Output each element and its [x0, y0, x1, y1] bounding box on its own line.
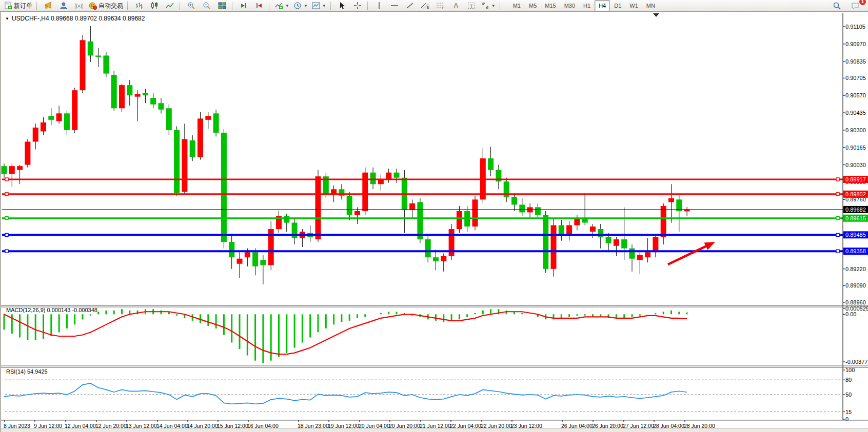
svg-text:0.89615: 0.89615 — [845, 215, 866, 221]
timeframe-m5-button[interactable]: M5 — [525, 0, 541, 11]
svg-text:0.91105: 0.91105 — [845, 24, 865, 30]
timeframe-m30-button[interactable]: M30 — [560, 0, 579, 11]
auto-trading-button[interactable]: 自动交易 — [87, 0, 125, 11]
indicators-button[interactable]: ▼ — [273, 0, 291, 11]
text-icon: A — [454, 2, 458, 9]
toolbar-separator — [180, 2, 182, 10]
svg-text:0.90030: 0.90030 — [845, 162, 866, 168]
timeframe-h4-button[interactable]: H4 — [595, 0, 610, 11]
timeframe-toolbar: M1M5M15M30H1H4D1W1MN — [509, 0, 659, 11]
svg-text:T: T — [470, 4, 473, 9]
svg-text:0.89485: 0.89485 — [845, 232, 866, 238]
toolbar-separator — [127, 2, 129, 10]
search-icon — [833, 2, 841, 10]
periods-button[interactable]: ▼ — [291, 0, 310, 11]
arrows-tool[interactable]: ▼ — [479, 0, 498, 11]
svg-text:0.00: 0.00 — [845, 311, 856, 317]
zoom-out-icon — [203, 2, 211, 10]
toolbar-separator — [36, 2, 38, 10]
chart-shift-icon — [255, 2, 263, 10]
candlestick-mode-button[interactable] — [147, 0, 162, 11]
bar-chart-mode-button[interactable] — [131, 0, 147, 11]
templates-button[interactable]: ▼ — [310, 0, 328, 11]
fibonacci-icon: F — [436, 2, 445, 10]
svg-text:0.89682: 0.89682 — [845, 207, 866, 213]
symbol-title[interactable]: ▼ USDCHF-,H4 0.89668 0.89702 0.89634 0.8… — [5, 15, 145, 22]
svg-text:0.90300: 0.90300 — [845, 127, 866, 133]
timeframe-m15-button[interactable]: M15 — [541, 0, 560, 11]
timeframe-d1-button[interactable]: D1 — [610, 0, 625, 11]
text-label-icon: T — [467, 2, 476, 10]
svg-text:E: E — [427, 6, 429, 9]
toolbar-separator — [232, 2, 234, 10]
tile-windows-button[interactable] — [214, 0, 230, 11]
toolbar-separator — [330, 2, 332, 10]
timeframe-mn-button[interactable]: MN — [642, 0, 659, 11]
signals-button[interactable] — [71, 0, 87, 11]
trendline-tool[interactable] — [402, 0, 418, 11]
signal-icon — [75, 2, 83, 10]
timeframe-w1-button[interactable]: W1 — [625, 0, 642, 11]
notifications-button[interactable]: 1 — [847, 0, 863, 11]
text-label-tool[interactable]: T — [464, 0, 479, 11]
svg-text:0.90835: 0.90835 — [845, 58, 866, 65]
template-icon — [312, 2, 320, 10]
profile-button[interactable] — [56, 0, 71, 11]
text-tool[interactable]: A — [448, 0, 464, 11]
svg-text:0.90435: 0.90435 — [845, 110, 866, 116]
bar-chart-icon — [135, 2, 143, 10]
vertical-line-tool[interactable] — [371, 0, 387, 11]
svg-text:100: 100 — [845, 367, 855, 373]
fibonacci-tool[interactable]: F — [433, 0, 448, 11]
zoom-in-button[interactable] — [184, 0, 199, 11]
tile-windows-icon — [218, 2, 226, 10]
profile-icon — [60, 2, 68, 10]
cursor-icon — [338, 2, 346, 10]
main-toolbar: 新订单 — [0, 0, 868, 12]
new-order-icon — [4, 2, 12, 10]
svg-text:0: 0 — [845, 416, 849, 422]
notification-badge: 1 — [859, 0, 866, 5]
auto-scroll-icon — [240, 2, 248, 10]
toolbar-separator — [367, 2, 369, 10]
chevron-down-icon: ▼ — [5, 16, 9, 21]
toolbar-separator — [500, 2, 502, 10]
auto-scroll-button[interactable] — [236, 0, 251, 11]
chevron-down-icon: ▼ — [491, 4, 496, 8]
price-chart-canvas[interactable]: 0.911050.909700.908350.907050.905700.904… — [1, 12, 868, 432]
svg-text:0.90570: 0.90570 — [845, 92, 866, 98]
crosshair-icon — [353, 2, 362, 10]
trendline-icon — [406, 2, 414, 10]
auto-trading-icon — [89, 2, 97, 10]
candlestick-icon — [150, 2, 159, 10]
svg-text:0.88960: 0.88960 — [845, 299, 866, 305]
horn-icon — [44, 2, 52, 10]
chat-bubble-icon — [851, 2, 860, 10]
chevron-down-icon: ▼ — [285, 4, 289, 8]
clock-icon — [293, 2, 302, 10]
vertical-line-icon — [376, 2, 383, 10]
arrows-icon — [481, 2, 489, 10]
line-chart-icon — [166, 2, 174, 10]
horizontal-line-tool[interactable] — [387, 0, 402, 11]
crosshair-button[interactable] — [350, 0, 365, 11]
alerts-button[interactable] — [41, 0, 56, 11]
timeframe-h1-button[interactable]: H1 — [579, 0, 595, 11]
svg-text:F: F — [442, 6, 444, 10]
svg-text:0.89917: 0.89917 — [845, 176, 866, 182]
zoom-out-button[interactable] — [199, 0, 214, 11]
new-order-button[interactable]: 新订单 — [2, 0, 34, 11]
svg-text:15: 15 — [845, 409, 852, 415]
auto-trading-label: 自动交易 — [98, 2, 123, 10]
channel-tool[interactable]: E — [418, 0, 433, 11]
chart-shift-button[interactable] — [251, 0, 267, 11]
search-button[interactable] — [829, 0, 844, 11]
indicators-icon — [275, 2, 283, 10]
svg-text:0.90705: 0.90705 — [845, 75, 866, 81]
timeframe-m1-button[interactable]: M1 — [509, 0, 525, 11]
cursor-button[interactable] — [334, 0, 350, 11]
line-chart-mode-button[interactable] — [162, 0, 177, 11]
symbol-title-text: USDCHF-,H4 0.89668 0.89702 0.89634 0.896… — [12, 15, 145, 22]
svg-text:-0.003771: -0.003771 — [845, 359, 868, 365]
svg-text:0.90970: 0.90970 — [845, 41, 866, 47]
